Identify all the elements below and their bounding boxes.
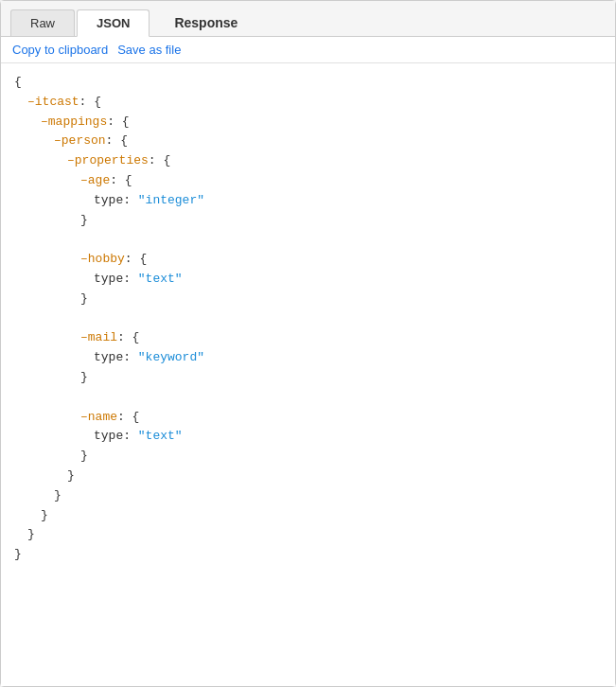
json-line: –mail: { [14, 328, 602, 348]
json-line: } [14, 545, 602, 565]
json-line: –person: { [14, 132, 602, 151]
json-line: type: "keyword" [14, 348, 602, 368]
json-line: } [14, 525, 602, 545]
tab-json[interactable]: JSON [77, 9, 150, 37]
action-bar: Copy to clipboard Save as file [1, 37, 615, 63]
response-panel: Raw JSON Response Copy to clipboard Save… [0, 0, 616, 687]
json-line: –age: { [14, 171, 602, 191]
json-line: –itcast: { [14, 93, 602, 113]
tabs-bar: Raw JSON Response [1, 1, 615, 37]
json-line: } [14, 467, 602, 486]
save-as-file-link[interactable]: Save as file [117, 43, 181, 57]
json-line [14, 230, 602, 250]
json-line [14, 388, 602, 408]
json-line: } [14, 211, 602, 231]
json-content: { –itcast: { –mappings: { –person: { –pr… [1, 63, 615, 686]
json-line: } [14, 506, 602, 526]
json-line: { [14, 73, 602, 93]
json-line: –properties: { [14, 151, 602, 171]
json-line: –hobby: { [14, 250, 602, 270]
json-line: type: "text" [14, 427, 602, 447]
tab-raw[interactable]: Raw [10, 9, 75, 36]
tab-response: Response [155, 9, 256, 36]
json-line: } [14, 290, 602, 309]
copy-to-clipboard-link[interactable]: Copy to clipboard [12, 43, 108, 57]
json-line: type: "integer" [14, 191, 602, 211]
json-line: type: "text" [14, 270, 602, 290]
json-line: –name: { [14, 408, 602, 428]
json-line: } [14, 368, 602, 388]
json-line: } [14, 486, 602, 506]
json-line: } [14, 447, 602, 467]
json-line: –mappings: { [14, 113, 602, 132]
json-line [14, 309, 602, 329]
